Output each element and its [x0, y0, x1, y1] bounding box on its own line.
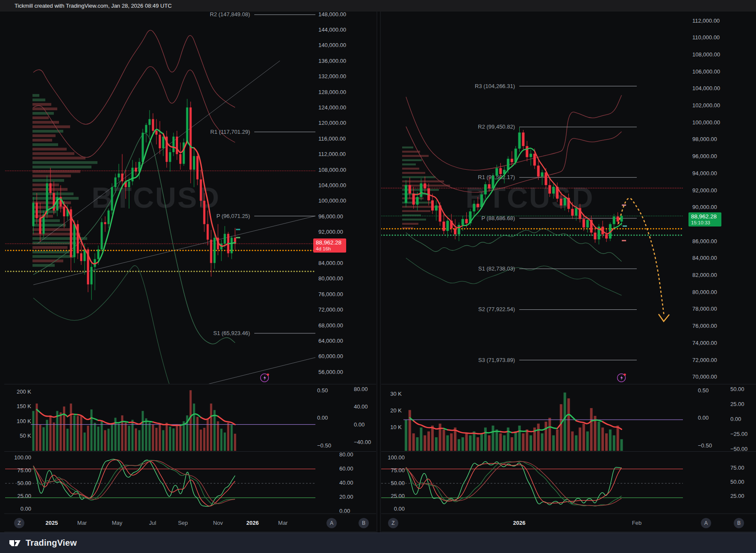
- profile-bar: [32, 170, 80, 173]
- price-tick-label: 76,000.00: [318, 291, 343, 297]
- upper-band-2: [33, 67, 235, 158]
- time-axis[interactable]: 2026FebZAB: [388, 518, 744, 528]
- chart-canvas[interactable]: R2 (147,849.08)R1 (117,701.29)P (96,071.…: [0, 0, 756, 553]
- volume-bar: [190, 390, 192, 451]
- volume-bar: [217, 421, 219, 451]
- button-label: Z: [18, 520, 21, 526]
- volume-bar: [149, 423, 151, 451]
- price-tick-label: 68,000.00: [318, 322, 343, 329]
- volume-ma-segment: [129, 422, 143, 424]
- trendline[interactable]: [194, 358, 315, 388]
- price-tick-label: 96,000.00: [318, 213, 343, 220]
- volume-bar: [420, 427, 422, 451]
- candle-body: [210, 240, 212, 263]
- volume-ma-segment: [57, 414, 68, 417]
- price-tick-label: 110,000.00: [692, 34, 720, 41]
- price-axis[interactable]: 148,000.00144,000.00140,000.00136,000.00…: [318, 11, 346, 375]
- volume-bar: [193, 403, 195, 451]
- volume-bar: [544, 422, 547, 451]
- candle-body: [63, 206, 65, 216]
- volume-bar: [108, 429, 110, 451]
- candle-body: [231, 238, 233, 253]
- volume-bar: [617, 426, 619, 451]
- events-lightning-icon[interactable]: [616, 372, 627, 383]
- candle-body: [431, 200, 434, 211]
- profile-bar: [32, 112, 54, 115]
- volume-bar: [224, 432, 226, 451]
- candle-body: [499, 168, 502, 174]
- oscillator-pane[interactable]: 100.0075.0050.0025.000.0075.0050.0025.00: [381, 454, 744, 512]
- lower-band-1: [406, 229, 621, 262]
- volume-bar: [529, 435, 532, 451]
- profile-bar: [32, 103, 51, 106]
- vertical-pane-divider[interactable]: [377, 12, 380, 532]
- time-tick-label: 2026: [513, 520, 526, 526]
- right-price-pane[interactable]: [381, 95, 683, 295]
- volume-bar: [221, 429, 223, 451]
- volume-bar: [477, 437, 479, 451]
- volume-bar: [405, 420, 407, 451]
- candle-body: [605, 234, 608, 238]
- time-axis[interactable]: 2025MarMayJulSepNov2026MarZAB: [14, 518, 369, 528]
- candle-body: [118, 174, 120, 177]
- candle-body: [142, 133, 144, 162]
- last-price-label-right: 88,962.28 15:10:33: [688, 212, 721, 226]
- projection-arrow[interactable]: [618, 198, 669, 321]
- candle-body: [575, 208, 577, 216]
- price-axis[interactable]: 112,000.00110,000.00108,000.00106,000.00…: [692, 18, 720, 380]
- indicator-scale-label: 0.00: [698, 415, 709, 421]
- volume-pane[interactable]: 200 K150 K100 K50 K0.500.00−0.5080.0040.…: [17, 386, 371, 451]
- candle-body: [200, 179, 202, 201]
- oscillator-pane[interactable]: 100.0075.0050.0025.000.0080.0060.0040.00…: [5, 451, 353, 514]
- time-axis-button-a[interactable]: A: [327, 518, 337, 528]
- candle-body: [50, 183, 52, 193]
- lower-band-2: [406, 258, 621, 295]
- volume-pane[interactable]: 30 K20 K10 K0.500.00−0.5050.0025.000.00−…: [390, 386, 747, 452]
- volume-bar: [564, 393, 566, 451]
- candle-body: [128, 181, 130, 187]
- volume-bar: [443, 429, 445, 451]
- volume-bar: [77, 416, 79, 451]
- volume-bar: [594, 416, 597, 451]
- time-axis-button-b[interactable]: B: [359, 518, 369, 528]
- profile-bar: [32, 166, 91, 169]
- indicator-scale-label: 0.50: [698, 387, 709, 394]
- left-price-pane[interactable]: [5, 30, 315, 403]
- candle-body: [32, 203, 35, 226]
- oscillator-tick-label: 75.00: [391, 467, 405, 474]
- volume-bar: [511, 437, 513, 451]
- profile-bar: [32, 134, 56, 137]
- volume-ma-line: [410, 415, 622, 434]
- price-ma-line: [414, 148, 622, 234]
- profile-bar: [402, 176, 435, 178]
- candle-body: [544, 172, 547, 185]
- tradingview-logo-text[interactable]: TradingView: [26, 538, 77, 548]
- time-axis-button-b[interactable]: B: [734, 518, 744, 528]
- profile-bar: [402, 210, 430, 212]
- volume-tick-label: 10 K: [390, 424, 402, 430]
- candle-body: [477, 204, 479, 207]
- tradingview-logo-icon[interactable]: [9, 537, 21, 549]
- volume-bar: [526, 429, 528, 451]
- time-axis-button-a[interactable]: A: [701, 518, 711, 528]
- time-axis-button-z[interactable]: Z: [14, 518, 24, 528]
- events-lightning-icon[interactable]: [259, 372, 271, 383]
- profile-bar: [32, 197, 79, 200]
- profile-bar: [32, 139, 52, 142]
- time-tick-label: Mar: [77, 520, 87, 526]
- oscillator-line: [406, 462, 621, 505]
- price-tick-label: 74,000.00: [692, 340, 717, 346]
- volume-bar: [458, 439, 460, 451]
- time-tick-label: Feb: [632, 520, 641, 526]
- last-price-value: 88,962.28: [316, 239, 344, 246]
- price-tick-label: 140,000.00: [318, 42, 346, 48]
- volume-bar: [207, 419, 209, 451]
- price-tick-label: 144,000.00: [318, 26, 346, 33]
- volume-bar: [97, 427, 100, 451]
- price-tick-label: 112,000.00: [692, 18, 720, 24]
- profile-bar: [32, 121, 59, 124]
- time-axis-button-z[interactable]: Z: [388, 518, 398, 528]
- candle-body: [108, 211, 110, 224]
- volume-bar: [431, 426, 434, 451]
- volume-bar: [142, 411, 144, 451]
